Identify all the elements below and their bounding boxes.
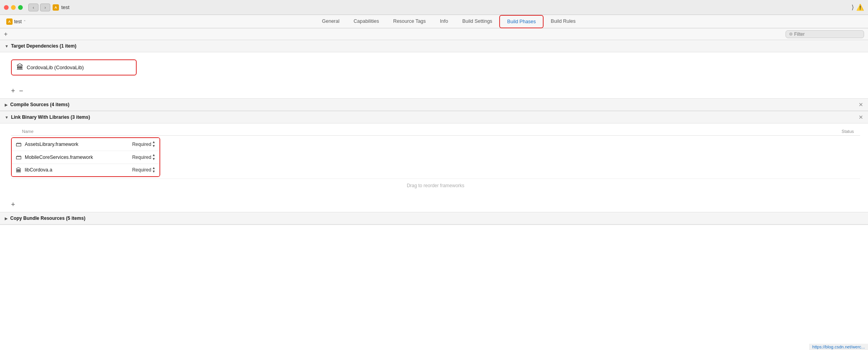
- compile-sources-header[interactable]: ▶ Compile Sources (4 items) ✕: [0, 99, 868, 111]
- framework-table: Name Status 🗃 AssetsLibrary.framework Re…: [11, 127, 860, 192]
- warning-icon: ⚠️: [856, 4, 864, 11]
- target-dependencies-controls: + −: [0, 85, 868, 98]
- tab-build-settings[interactable]: Build Settings: [455, 15, 499, 28]
- link-binary-body: Name Status 🗃 AssetsLibrary.framework Re…: [0, 123, 868, 199]
- status-label: Required: [132, 142, 151, 147]
- framework-icon: 🗃: [16, 154, 22, 160]
- framework-status-0[interactable]: Required ▲ ▼: [112, 140, 156, 148]
- framework-icon: 🗃: [16, 141, 22, 147]
- chevron-right-icon: ▶: [5, 103, 8, 107]
- title-bar: ‹ › A test ⟩ ⚠️: [0, 0, 868, 15]
- tab-resource-tags[interactable]: Resource Tags: [386, 15, 433, 28]
- table-header: Name Status: [11, 127, 860, 136]
- copy-bundle-header[interactable]: ▶ Copy Bundle Resources (5 items): [0, 212, 868, 225]
- framework-name: libCordova.a: [25, 167, 112, 173]
- library-icon: 🏛: [16, 63, 24, 72]
- framework-status-2[interactable]: Required ▲ ▼: [112, 166, 156, 174]
- project-selector-icon: A: [6, 18, 13, 25]
- copy-bundle-title: Copy Bundle Resources (5 items): [10, 216, 85, 221]
- framework-name: MobileCoreServices.framework: [25, 155, 112, 160]
- dependency-name: CordovaLib (CordovaLib): [27, 64, 84, 70]
- link-binary-header[interactable]: ▼ Link Binary With Libraries (3 items) ✕: [0, 111, 868, 123]
- project-selector-label: test: [14, 19, 22, 24]
- status-label: Required: [132, 167, 151, 173]
- status-stepper[interactable]: ▲ ▼: [152, 140, 156, 148]
- minimize-button[interactable]: [11, 5, 16, 10]
- library-icon: 🏛: [16, 167, 22, 173]
- project-icon: A: [53, 4, 59, 11]
- sidebar-right-toggle[interactable]: ⟩: [852, 4, 854, 11]
- window-title: test: [61, 4, 70, 10]
- status-label: Required: [132, 155, 151, 160]
- close-button[interactable]: [4, 5, 9, 10]
- status-url: https://blog.csdn.net/werc...: [812, 344, 865, 349]
- add-dependency-button[interactable]: +: [11, 87, 15, 94]
- target-dependencies-header[interactable]: ▼ Target Dependencies (1 item): [0, 40, 868, 52]
- nav-buttons: ‹ ›: [28, 4, 50, 11]
- framework-name: AssetsLibrary.framework: [25, 142, 112, 147]
- window-controls[interactable]: [4, 5, 23, 10]
- tab-build-rules[interactable]: Build Rules: [544, 15, 582, 28]
- compile-sources-title: Compile Sources (4 items): [10, 102, 70, 107]
- remove-dependency-button[interactable]: −: [19, 87, 24, 94]
- link-binary-close-button[interactable]: ✕: [859, 114, 863, 120]
- section-target-dependencies: ▼ Target Dependencies (1 item) 🏛 Cordova…: [0, 40, 868, 99]
- chevron-down-icon: ▼: [5, 44, 9, 48]
- filter-icon: ⊜: [789, 31, 793, 37]
- col-name-header: Name: [11, 129, 805, 134]
- chevron-down-icon: ⌃: [23, 20, 26, 24]
- chevron-right-icon: ▶: [5, 216, 8, 221]
- target-dependencies-body: 🏛 CordovaLib (CordovaLib): [0, 52, 868, 85]
- target-dependencies-title: Target Dependencies (1 item): [11, 43, 77, 49]
- add-framework-button[interactable]: +: [11, 201, 15, 208]
- link-binary-controls: +: [0, 199, 868, 212]
- maximize-button[interactable]: [18, 5, 23, 10]
- back-button[interactable]: ‹: [28, 4, 38, 11]
- forward-button[interactable]: ›: [40, 4, 50, 11]
- status-stepper[interactable]: ▲ ▼: [152, 153, 156, 161]
- framework-status-1[interactable]: Required ▲ ▼: [112, 153, 156, 161]
- col-status-header: Status: [805, 129, 860, 134]
- project-selector[interactable]: A test ⌃: [6, 18, 26, 25]
- tab-bar: A test ⌃ General Capabilities Resource T…: [0, 15, 868, 28]
- link-binary-title: Link Binary With Libraries (3 items): [11, 114, 90, 120]
- tab-info[interactable]: Info: [433, 15, 455, 28]
- table-row[interactable]: 🗃 MobileCoreServices.framework Required …: [12, 151, 159, 164]
- table-row[interactable]: 🗃 AssetsLibrary.framework Required ▲ ▼: [12, 138, 159, 151]
- section-copy-bundle: ▶ Copy Bundle Resources (5 items): [0, 212, 868, 225]
- framework-rows: 🗃 AssetsLibrary.framework Required ▲ ▼ �: [11, 137, 160, 177]
- drag-hint: Drag to reorder frameworks: [11, 179, 860, 192]
- chevron-down-icon: ▼: [5, 115, 9, 120]
- cordova-lib-item[interactable]: 🏛 CordovaLib (CordovaLib): [11, 59, 137, 76]
- table-row[interactable]: 🏛 libCordova.a Required ▲ ▼: [12, 164, 159, 177]
- add-phase-button[interactable]: +: [4, 31, 7, 37]
- status-bar: https://blog.csdn.net/werc...: [809, 344, 868, 350]
- filter-input[interactable]: [794, 31, 861, 37]
- main-content: ▼ Target Dependencies (1 item) 🏛 Cordova…: [0, 40, 868, 350]
- tab-capabilities[interactable]: Capabilities: [346, 15, 386, 28]
- section-compile-sources: ▶ Compile Sources (4 items) ✕: [0, 99, 868, 111]
- compile-sources-close-button[interactable]: ✕: [859, 102, 863, 107]
- editor-tabs: General Capabilities Resource Tags Info …: [36, 15, 862, 28]
- section-link-binary: ▼ Link Binary With Libraries (3 items) ✕…: [0, 111, 868, 212]
- tab-general[interactable]: General: [315, 15, 346, 28]
- status-stepper[interactable]: ▲ ▼: [152, 166, 156, 174]
- filter-box: ⊜: [786, 30, 864, 38]
- toolbar: + ⊜: [0, 28, 868, 40]
- tab-build-phases[interactable]: Build Phases: [499, 15, 544, 28]
